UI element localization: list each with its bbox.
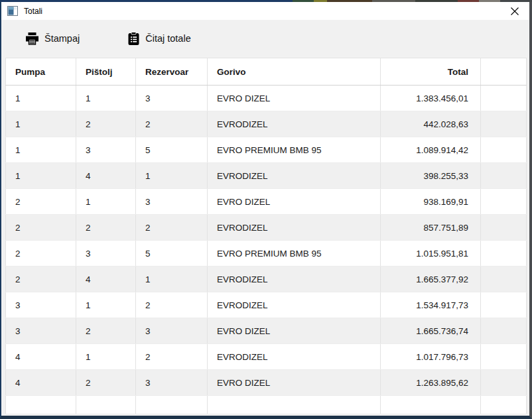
cell[interactable]: 5 (136, 137, 208, 163)
cell[interactable]: 4 (76, 267, 136, 292)
cell[interactable]: 2 (6, 215, 76, 241)
cell[interactable]: 3 (76, 137, 136, 163)
cell[interactable]: EVRO DIZEL (208, 318, 381, 344)
column-header-blank[interactable] (481, 58, 527, 86)
cell[interactable]: 1 (6, 111, 76, 137)
column-header-pištolj[interactable]: Pištolj (76, 58, 136, 86)
screen: Totali Štampaj (0, 0, 532, 419)
cell[interactable]: 1 (6, 163, 76, 189)
cell[interactable]: 1 (6, 86, 76, 111)
cell[interactable]: 938.169,91 (381, 189, 481, 215)
print-button[interactable]: Štampaj (20, 28, 85, 49)
app-window-icon (7, 6, 18, 16)
cell[interactable]: 2 (76, 215, 136, 241)
cell[interactable]: 2 (136, 111, 208, 137)
printer-icon (25, 32, 39, 45)
cell[interactable]: EVRODIZEL (208, 215, 381, 241)
column-header-pumpa[interactable]: Pumpa (6, 58, 76, 86)
cell[interactable] (481, 86, 527, 111)
cell[interactable]: 3 (136, 189, 208, 215)
cell[interactable]: 2 (76, 111, 136, 137)
cell[interactable]: 4 (76, 163, 136, 189)
close-icon (510, 7, 519, 16)
cell[interactable]: 2 (6, 267, 76, 292)
cell[interactable] (481, 163, 527, 189)
column-header-total[interactable]: Total (381, 58, 481, 86)
empty-cell[interactable] (481, 396, 527, 414)
column-header-gorivo[interactable]: Gorivo (208, 58, 381, 86)
cell[interactable] (481, 189, 527, 215)
close-button[interactable] (500, 2, 529, 20)
cell[interactable]: 3 (76, 241, 136, 267)
cell[interactable]: 1.017.796,73 (381, 344, 481, 370)
cell[interactable]: 5 (136, 241, 208, 267)
cell[interactable] (481, 111, 527, 137)
cell[interactable]: 1.534.917,73 (381, 292, 481, 318)
cell[interactable]: 3 (136, 318, 208, 344)
column-header-rezervoar[interactable]: Rezervoar (136, 58, 208, 86)
cell[interactable]: 1 (136, 163, 208, 189)
cell[interactable] (481, 292, 527, 318)
table-row: 241EVRODIZEL1.665.377,92 (6, 267, 527, 292)
cell[interactable]: 442.028,63 (381, 111, 481, 137)
cell[interactable]: EVRODIZEL (208, 111, 381, 137)
cell[interactable]: 3 (136, 86, 208, 111)
cell[interactable]: 1 (76, 189, 136, 215)
cell[interactable]: 3 (6, 318, 76, 344)
cell[interactable]: 1 (136, 267, 208, 292)
table-row: 312EVRODIZEL1.534.917,73 (6, 292, 527, 318)
cell[interactable]: EVRO DIZEL (208, 189, 381, 215)
table-row: 113EVRO DIZEL1.383.456,01 (6, 86, 527, 111)
table-area: PumpaPištoljRezervoarGorivoTotal 113EVRO… (1, 57, 529, 416)
cell[interactable]: 3 (6, 292, 76, 318)
cell[interactable]: 2 (76, 370, 136, 396)
cell[interactable]: 1 (76, 344, 136, 370)
table-row: 141EVRODIZEL398.255,33 (6, 163, 527, 189)
cell[interactable]: 1.665.377,92 (381, 267, 481, 292)
cell[interactable]: 2 (136, 344, 208, 370)
cell[interactable] (481, 267, 527, 292)
table-row: 235EVRO PREMIUM BMB 951.015.951,81 (6, 241, 527, 267)
cell[interactable]: 1 (6, 137, 76, 163)
cell[interactable]: 2 (76, 318, 136, 344)
empty-cell[interactable] (208, 396, 381, 414)
empty-cell[interactable] (136, 396, 208, 414)
table-row: 412EVRODIZEL1.017.796,73 (6, 344, 527, 370)
cell[interactable]: 3 (136, 370, 208, 396)
cell[interactable]: 1 (76, 292, 136, 318)
cell[interactable]: 1.015.951,81 (381, 241, 481, 267)
cell[interactable]: 2 (6, 189, 76, 215)
cell[interactable]: EVRODIZEL (208, 267, 381, 292)
empty-cell[interactable] (6, 396, 76, 414)
cell[interactable]: 1.383.456,01 (381, 86, 481, 111)
cell[interactable]: 4 (6, 344, 76, 370)
cell[interactable]: EVRODIZEL (208, 344, 381, 370)
cell[interactable] (481, 137, 527, 163)
cell[interactable]: 857.751,89 (381, 215, 481, 241)
titlebar[interactable]: Totali (1, 2, 529, 20)
cell[interactable]: EVRO PREMIUM BMB 95 (208, 241, 381, 267)
cell[interactable] (481, 370, 527, 396)
cell[interactable]: 4 (6, 370, 76, 396)
cell[interactable]: EVRO DIZEL (208, 370, 381, 396)
table-row: 213EVRO DIZEL938.169,91 (6, 189, 527, 215)
cell[interactable]: EVRO PREMIUM BMB 95 (208, 137, 381, 163)
empty-cell[interactable] (76, 396, 136, 414)
cell[interactable]: 1 (76, 86, 136, 111)
cell[interactable]: 2 (6, 241, 76, 267)
cell[interactable]: 2 (136, 215, 208, 241)
cell[interactable] (481, 318, 527, 344)
cell[interactable]: 2 (136, 292, 208, 318)
empty-cell[interactable] (381, 396, 481, 414)
cell[interactable]: 1.665.736,74 (381, 318, 481, 344)
cell[interactable]: 398.255,33 (381, 163, 481, 189)
read-totals-button[interactable]: Čitaj totale (122, 28, 196, 50)
cell[interactable] (481, 344, 527, 370)
cell[interactable]: 1.089.914,42 (381, 137, 481, 163)
cell[interactable] (481, 215, 527, 241)
cell[interactable]: 1.263.895,62 (381, 370, 481, 396)
cell[interactable]: EVRODIZEL (208, 163, 381, 189)
cell[interactable] (481, 241, 527, 267)
cell[interactable]: EVRO DIZEL (208, 86, 381, 111)
cell[interactable]: EVRODIZEL (208, 292, 381, 318)
